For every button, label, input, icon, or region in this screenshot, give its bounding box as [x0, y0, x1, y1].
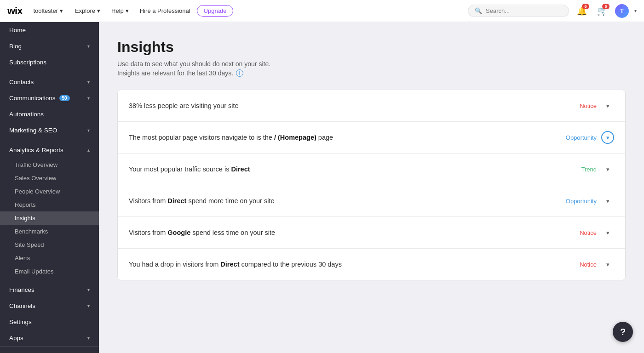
blog-chevron-icon: ▾	[87, 44, 90, 49]
info-icon[interactable]: i	[236, 69, 243, 77]
insight-chevron-button[interactable]: ▾	[601, 163, 614, 176]
insight-chevron-button[interactable]: ▾	[601, 194, 614, 207]
quick-access-button[interactable]: ⚙ Quick Access	[0, 351, 99, 353]
insight-tag: Notice	[580, 229, 597, 236]
nav-hire[interactable]: Hire a Professional	[135, 6, 195, 16]
sidebar-sub-alerts[interactable]: Alerts	[0, 251, 99, 265]
insight-row[interactable]: Visitors from Direct spend more time on …	[118, 185, 625, 217]
sidebar-sub-insights[interactable]: Insights	[0, 211, 99, 225]
insight-row[interactable]: You had a drop in visitors from Direct c…	[118, 249, 625, 280]
insight-right: Notice ▾	[580, 99, 614, 112]
messages-button[interactable]: 🔔 6	[575, 4, 589, 18]
nav-right: 🔍 🔔 6 🛒 5 T ▾	[468, 4, 637, 18]
insight-right: Opportunity ▾	[566, 131, 614, 144]
upgrade-button[interactable]: Upgrade	[197, 5, 234, 17]
sidebar-item-settings[interactable]: Settings	[0, 314, 99, 330]
body-area: Home Blog ▾ Subscriptions Contacts ▾ Com…	[0, 22, 644, 353]
finances-chevron-icon: ▾	[87, 287, 90, 292]
insight-row[interactable]: Visitors from Google spend less time on …	[118, 217, 625, 249]
insight-chevron-button[interactable]: ▾	[601, 258, 614, 271]
help-button[interactable]: ?	[613, 322, 633, 342]
sidebar-item-finances[interactable]: Finances ▾	[0, 282, 99, 298]
page-subtitle-2: Insights are relevant for the last 30 da…	[117, 69, 626, 77]
sidebar-sub-people-overview[interactable]: People Overview	[0, 185, 99, 198]
marketing-chevron-icon: ▾	[87, 128, 90, 133]
nav-links: Explore ▾ Help ▾ Hire a Professional Upg…	[70, 5, 468, 17]
sidebar-sub-site-speed[interactable]: Site Speed	[0, 238, 99, 251]
insight-text: You had a drop in visitors from Direct c…	[129, 261, 342, 268]
communications-inner: Communications 50	[9, 95, 70, 102]
sidebar-item-subscriptions[interactable]: Subscriptions	[0, 54, 99, 70]
insight-text: 38% less people are visiting your site	[129, 102, 239, 109]
insight-text: Your most popular traffic source is Dire…	[129, 165, 250, 173]
sidebar-sub-email-updates[interactable]: Email Updates	[0, 265, 99, 278]
explore-chevron-icon: ▾	[97, 7, 100, 14]
messages-badge: 6	[582, 4, 589, 9]
avatar-chevron-icon: ▾	[634, 8, 637, 13]
contacts-chevron-icon: ▾	[87, 80, 90, 85]
sidebar-item-automations[interactable]: Automations	[0, 106, 99, 122]
sidebar-item-blog[interactable]: Blog ▾	[0, 38, 99, 54]
avatar[interactable]: T	[615, 4, 629, 18]
nav-explore[interactable]: Explore ▾	[70, 6, 105, 16]
insight-chevron-button[interactable]: ▾	[601, 226, 614, 239]
apps-chevron-icon: ▾	[87, 336, 90, 341]
communications-badge: 50	[59, 95, 70, 101]
insight-tag: Trend	[581, 166, 597, 173]
insight-right: Trend ▾	[581, 163, 614, 176]
wix-logo: wix	[7, 5, 22, 17]
insight-text: Visitors from Google spend less time on …	[129, 229, 275, 236]
insight-text: The most popular page visitors navigate …	[129, 134, 333, 141]
insight-row[interactable]: Your most popular traffic source is Dire…	[118, 154, 625, 185]
site-selector[interactable]: tooltester ▾	[29, 6, 66, 16]
insight-tag: Notice	[580, 102, 597, 109]
sidebar-item-marketing[interactable]: Marketing & SEO ▾	[0, 122, 99, 138]
help-chevron-icon: ▾	[126, 7, 129, 14]
notifications-button[interactable]: 🛒 5	[595, 4, 610, 18]
search-input[interactable]	[486, 7, 562, 14]
insight-row[interactable]: The most popular page visitors navigate …	[118, 122, 625, 154]
insight-tag: Opportunity	[566, 198, 597, 205]
sidebar-sub-traffic-overview[interactable]: Traffic Overview	[0, 158, 99, 171]
top-nav: wix tooltester ▾ Explore ▾ Help ▾ Hire a…	[0, 0, 644, 22]
communications-chevron-icon: ▾	[87, 96, 90, 101]
sidebar-sub-sales-overview[interactable]: Sales Overview	[0, 171, 99, 185]
channels-chevron-icon: ▾	[87, 303, 90, 308]
insights-list: 38% less people are visiting your site N…	[117, 90, 626, 280]
sidebar-sub-reports[interactable]: Reports	[0, 198, 99, 211]
sidebar: Home Blog ▾ Subscriptions Contacts ▾ Com…	[0, 22, 99, 353]
sidebar-item-analytics-reports[interactable]: Analytics & Reports ▴	[0, 142, 99, 158]
insight-text: Visitors from Direct spend more time on …	[129, 197, 274, 205]
sidebar-item-apps[interactable]: Apps ▾	[0, 330, 99, 346]
main-content: Insights Use data to see what you should…	[99, 22, 644, 353]
insight-right: Notice ▾	[580, 226, 614, 239]
insight-tag: Opportunity	[566, 134, 597, 141]
sidebar-item-channels[interactable]: Channels ▾	[0, 298, 99, 314]
insight-row[interactable]: 38% less people are visiting your site N…	[118, 90, 625, 122]
sidebar-item-communications[interactable]: Communications 50 ▾	[0, 90, 99, 106]
analytics-chevron-icon: ▴	[87, 148, 90, 153]
notifications-badge: 5	[602, 4, 610, 9]
sidebar-sub-benchmarks[interactable]: Benchmarks	[0, 225, 99, 238]
sidebar-item-contacts[interactable]: Contacts ▾	[0, 74, 99, 90]
insight-tag: Notice	[580, 261, 597, 268]
insight-right: Notice ▾	[580, 258, 614, 271]
search-bar[interactable]: 🔍	[468, 5, 569, 17]
search-icon: 🔍	[475, 7, 482, 14]
site-chevron-icon: ▾	[60, 7, 63, 14]
insight-chevron-button[interactable]: ▾	[601, 131, 614, 144]
page-title: Insights	[117, 39, 626, 56]
insight-chevron-button[interactable]: ▾	[601, 99, 614, 112]
insight-right: Opportunity ▾	[566, 194, 614, 207]
sidebar-bottom: ⚙ Quick Access	[0, 346, 99, 353]
page-subtitle-1: Use data to see what you should do next …	[117, 60, 626, 68]
nav-help[interactable]: Help ▾	[107, 6, 133, 16]
site-name: tooltester	[33, 7, 58, 14]
sidebar-item-home[interactable]: Home	[0, 22, 99, 38]
